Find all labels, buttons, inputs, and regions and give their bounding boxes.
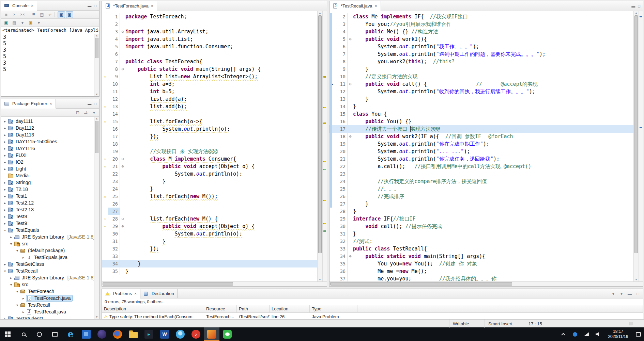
code-line[interactable]: ▴29⊖ public void accept(Object o) { bbox=[102, 223, 317, 230]
code-line[interactable]: 20 System.out.println("... ..."); bbox=[329, 148, 633, 155]
code-line[interactable]: 8 you.work2(this); //this? bbox=[329, 58, 633, 65]
line-number[interactable]: 17 bbox=[336, 125, 347, 133]
chevron-right-icon[interactable]: ▸ bbox=[2, 222, 7, 225]
code-line[interactable]: 35} bbox=[102, 267, 317, 275]
code-line[interactable]: 17 }); bbox=[102, 133, 317, 140]
overview-warning-tick[interactable] bbox=[323, 107, 326, 108]
tree-item-stringg[interactable]: ▸Stringg bbox=[1, 179, 99, 186]
overview-position-tick[interactable] bbox=[640, 16, 642, 17]
chevron-right-icon[interactable]: ▸ bbox=[2, 147, 7, 150]
code-line[interactable]: ▴11⊖ public void call() { // @accept的实现 bbox=[329, 80, 633, 88]
line-number[interactable]: 25 bbox=[336, 185, 347, 193]
chevron-down-icon[interactable]: ▾ bbox=[9, 242, 14, 246]
line-number[interactable]: 23 bbox=[336, 170, 347, 178]
tree-item-testequals[interactable]: ▾TestEquals bbox=[1, 227, 99, 233]
line-number[interactable]: 10 bbox=[336, 73, 347, 80]
fold-collapse-icon[interactable]: ⊖ bbox=[347, 133, 353, 140]
line-number[interactable]: 19 bbox=[108, 148, 120, 155]
code-line[interactable]: 29interface IF{//接口IF bbox=[329, 215, 633, 223]
code-line[interactable]: 3⊖import java.util.ArrayList; bbox=[102, 28, 317, 35]
tree-item-day1112[interactable]: ▸Day1112 bbox=[1, 125, 99, 131]
task-view-button[interactable] bbox=[47, 327, 63, 341]
warning-icon[interactable]: ⚠ bbox=[104, 118, 106, 125]
line-number[interactable]: 28 bbox=[336, 208, 347, 215]
code-editor-area[interactable]: 1package TestForeach;23⊖import java.util… bbox=[102, 11, 317, 281]
code-line[interactable]: 28} bbox=[329, 208, 633, 215]
line-number[interactable]: 12 bbox=[336, 88, 347, 95]
line-number[interactable]: 20 bbox=[108, 155, 120, 163]
line-number[interactable]: 15 bbox=[108, 118, 120, 125]
chevron-right-icon[interactable]: ▸ bbox=[2, 317, 7, 319]
code-line[interactable]: 10 int a=3; bbox=[102, 80, 317, 88]
edge-taskbar-button[interactable]: e bbox=[63, 327, 78, 341]
editor-tab-testforeach[interactable]: *TestForeach.java × bbox=[102, 1, 157, 11]
code-line[interactable]: 24 //执行我定义的compare排序方法，接受返回值 bbox=[329, 178, 633, 185]
close-icon[interactable]: × bbox=[151, 4, 154, 9]
minimize-icon[interactable]: ▬ bbox=[88, 4, 91, 8]
scroll-down-icon[interactable]: ▼ bbox=[634, 278, 639, 281]
overview-warning-tick[interactable] bbox=[323, 123, 326, 124]
insert-mode-status[interactable]: Smart Insert bbox=[485, 320, 525, 328]
line-number[interactable]: 36 bbox=[336, 267, 347, 275]
chevron-right-icon[interactable]: ▸ bbox=[21, 256, 26, 259]
wechat-taskbar-button[interactable] bbox=[219, 327, 235, 341]
code-line[interactable]: 30 void call(); //提示任务完成 bbox=[329, 223, 633, 230]
minimize-icon[interactable]: ▬ bbox=[88, 102, 91, 106]
warning-icon[interactable]: ⚠ bbox=[104, 215, 106, 223]
code-editor-area[interactable]: 2class Me implements IF{ //我实现IF接口3 You … bbox=[329, 11, 633, 281]
view-menu-icon[interactable]: ▾ bbox=[618, 290, 625, 297]
tree-item-day1116[interactable]: ▸DAY1116 bbox=[1, 145, 99, 152]
close-icon[interactable]: × bbox=[31, 3, 34, 8]
code-line[interactable]: 27 bbox=[102, 208, 317, 215]
line-number[interactable]: 27 bbox=[336, 200, 347, 208]
line-number[interactable]: 34 bbox=[336, 253, 347, 260]
warning-icon[interactable]: ⚠ bbox=[104, 193, 106, 200]
line-number[interactable]: 9 bbox=[336, 65, 347, 73]
line-number[interactable]: 21 bbox=[336, 155, 347, 163]
scroll-lock-icon[interactable]: ▤ bbox=[38, 11, 46, 18]
remove-launch-icon[interactable]: × bbox=[11, 11, 18, 18]
fold-collapse-icon[interactable]: ⊖ bbox=[347, 80, 353, 88]
tree-item-testforeach[interactable]: ▾TestForeach bbox=[1, 288, 99, 295]
code-line[interactable]: 9 } bbox=[329, 65, 633, 73]
code-line[interactable]: 26 bbox=[102, 200, 317, 208]
scroll-up-icon[interactable]: ▲ bbox=[94, 117, 99, 120]
chevron-right-icon[interactable]: ▸ bbox=[2, 126, 7, 130]
network-button[interactable] bbox=[581, 332, 592, 336]
scroll-up-icon[interactable]: ▲ bbox=[318, 12, 322, 15]
netease-music-taskbar-button[interactable]: ♪ bbox=[188, 327, 204, 341]
line-number[interactable]: 3 bbox=[108, 28, 120, 35]
chevron-right-icon[interactable]: ▸ bbox=[21, 310, 26, 314]
warning-icon[interactable]: ⚠ bbox=[104, 103, 106, 110]
code-line[interactable]: 13 } bbox=[329, 95, 633, 103]
cortana-button[interactable] bbox=[31, 327, 47, 341]
chevron-right-icon[interactable]: ▸ bbox=[2, 194, 7, 198]
line-number[interactable]: 32 bbox=[336, 238, 347, 245]
line-number[interactable]: 32 bbox=[108, 245, 120, 253]
code-line[interactable]: 2class Me implements IF{ //我实现IF接口 bbox=[329, 13, 633, 20]
code-line[interactable]: 35 You you=new You(); //创建 你 对象 bbox=[329, 260, 633, 267]
scrollbar-thumb[interactable] bbox=[95, 38, 98, 58]
tab-package-explorer[interactable]: Package Explorer × bbox=[1, 99, 56, 109]
tree-item-fuxi[interactable]: ▸FUXI bbox=[1, 152, 99, 159]
chevron-down-icon[interactable]: ▾ bbox=[15, 290, 20, 293]
warning-icon[interactable]: ⚠ bbox=[104, 73, 106, 80]
tree-item-jre-system-library[interactable]: ▸JRE System Library[JavaSE-1.8] bbox=[1, 274, 99, 281]
code-line[interactable]: 19 System.out.println("你在完成中期工作"); bbox=[329, 140, 633, 148]
line-number[interactable]: 24 bbox=[108, 185, 120, 193]
qq-taskbar-button[interactable] bbox=[172, 327, 188, 341]
tree-item-day1113[interactable]: ▸Day1113 bbox=[1, 131, 99, 138]
line-number[interactable]: 14 bbox=[336, 103, 347, 110]
hidden-icons-button[interactable] bbox=[557, 332, 569, 336]
scroll-down-icon[interactable]: ▼ bbox=[94, 315, 99, 319]
code-line[interactable]: ⚠28⊖ list.forEach(new M() { bbox=[102, 215, 317, 223]
display-selected-console-icon[interactable]: ▣ bbox=[2, 19, 10, 26]
code-line[interactable]: 18 bbox=[102, 140, 317, 148]
tree-item-test8[interactable]: ▸Test8 bbox=[1, 213, 99, 220]
column-header-resource[interactable]: Resource bbox=[204, 305, 237, 312]
code-line[interactable]: 5import java.util.function.Consumer; bbox=[102, 43, 317, 50]
line-number[interactable]: 35 bbox=[336, 260, 347, 267]
code-line[interactable]: 3 You you;//you引用展示我和谁合作 bbox=[329, 20, 633, 28]
collapse-all-icon[interactable]: ⊟ bbox=[74, 109, 81, 116]
line-number[interactable]: 25 bbox=[108, 193, 120, 200]
